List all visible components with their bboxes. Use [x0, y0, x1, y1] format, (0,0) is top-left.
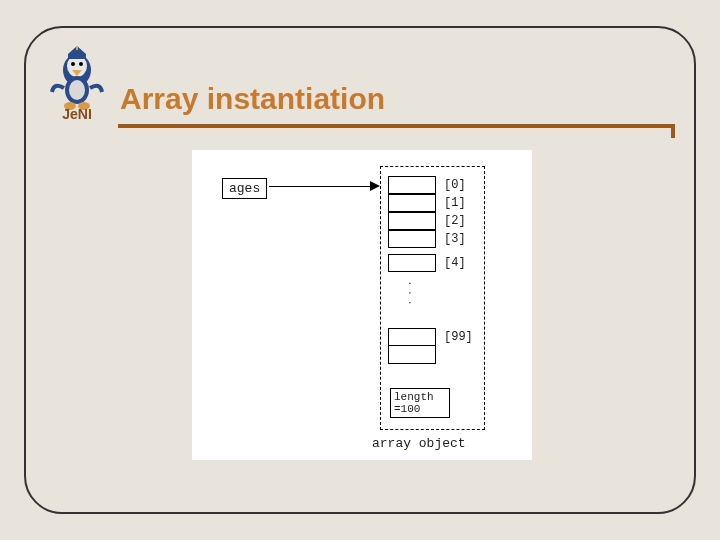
svg-text:JeNI: JeNI — [62, 106, 92, 122]
svg-rect-5 — [68, 54, 86, 59]
arrow-line — [269, 186, 374, 187]
svg-point-2 — [71, 62, 75, 66]
length-box: length =100 — [390, 388, 450, 418]
svg-point-3 — [79, 62, 83, 66]
jeni-logo: JeNI — [44, 46, 110, 122]
array-diagram: ages [0] [1] [2] [3] [4] ... [99] length… — [192, 150, 532, 460]
arrow-head-icon — [370, 181, 380, 191]
title-underline — [118, 124, 673, 128]
variable-box: ages — [222, 178, 267, 199]
array-cell — [388, 254, 436, 272]
array-index: [1] — [444, 196, 466, 210]
array-index: [4] — [444, 256, 466, 270]
svg-rect-7 — [76, 46, 78, 50]
array-cell — [388, 346, 436, 364]
array-index: [0] — [444, 178, 466, 192]
array-cell — [388, 328, 436, 346]
svg-point-9 — [69, 80, 85, 100]
array-cell — [388, 212, 436, 230]
array-cell — [388, 194, 436, 212]
array-index: [2] — [444, 214, 466, 228]
ellipsis-icon: ... — [406, 280, 418, 309]
array-cell — [388, 230, 436, 248]
slide-title: Array instantiation — [120, 82, 385, 116]
array-cell — [388, 176, 436, 194]
array-index: [3] — [444, 232, 466, 246]
diagram-caption: array object — [372, 436, 466, 451]
array-index: [99] — [444, 330, 473, 344]
